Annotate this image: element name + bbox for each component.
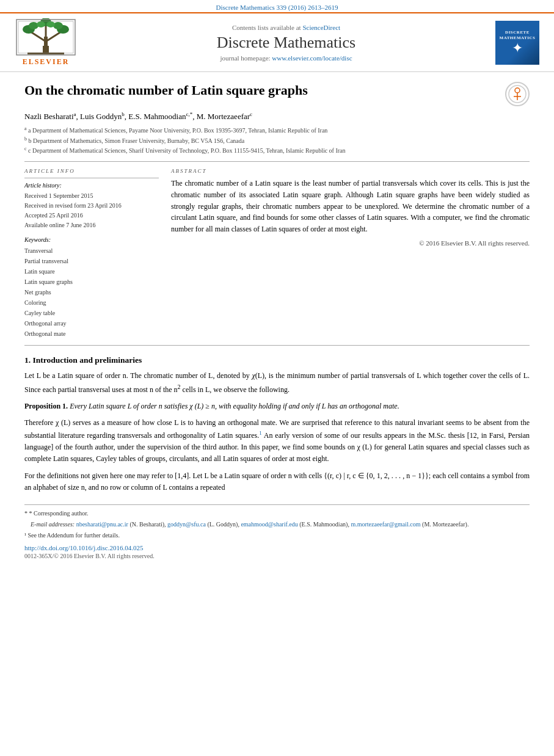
science-direct-line: Contents lists available at ScienceDirec… (86, 24, 487, 31)
copyright-text: © 2016 Elsevier B.V. All rights reserved… (171, 239, 530, 247)
keyword-latin-square-graphs: Latin square graphs (24, 277, 159, 287)
keyword-net-graphs: Net graphs (24, 287, 159, 297)
keyword-coloring: Coloring (24, 297, 159, 308)
homepage-link[interactable]: www.elsevier.com/locate/disc (272, 54, 352, 62)
title-row: On the chromatic number of Latin square … (24, 82, 530, 106)
info-abstract-section: ARTICLE INFO Article history: Received 1… (24, 168, 530, 339)
affiliation-b: b b Department of Mathematics, Simon Fra… (24, 136, 530, 145)
email-link-mahmoodian[interactable]: emahmood@sharif.edu (241, 521, 297, 528)
proposition-1: Proposition 1. Every Latin square L of o… (24, 401, 530, 412)
crossmark-svg-icon (508, 84, 527, 104)
keywords-label: Keywords: (24, 236, 159, 243)
keyword-partial-transversal: Partial transversal (24, 256, 159, 266)
article-title: On the chromatic number of Latin square … (24, 82, 499, 100)
svg-point-13 (46, 21, 55, 27)
section-1-title: 1. Introduction and preliminaries (24, 355, 530, 365)
svg-point-17 (515, 88, 520, 93)
homepage-text: journal homepage: (220, 54, 270, 62)
article-info-label: ARTICLE INFO (24, 168, 159, 174)
citation-text: Discrete Mathematics 339 (2016) 2613–261… (216, 4, 338, 11)
body-para-3: For the definitions not given here one m… (24, 470, 530, 493)
affiliation-a: a a Department of Mathematical Sciences,… (24, 125, 530, 135)
keyword-orthogonal-array: Orthogonal array (24, 318, 159, 329)
available-date: Available online 7 June 2016 (24, 220, 159, 230)
doi-link[interactable]: http://dx.doi.org/10.1016/j.disc.2016.04… (24, 544, 530, 551)
elsevier-logo: ELSEVIER (12, 18, 79, 67)
elsevier-label-text: ELSEVIER (23, 57, 70, 67)
science-direct-link[interactable]: ScienceDirect (302, 24, 340, 31)
homepage-line: journal homepage: www.elsevier.com/locat… (86, 54, 487, 62)
accepted-date: Accepted 25 April 2016 (24, 211, 159, 220)
article-history-label: Article history: (24, 182, 159, 189)
revised-date: Received in revised form 23 April 2016 (24, 201, 159, 211)
received-date: Received 1 September 2015 (24, 191, 159, 201)
authors-line: Nazli Besharatia, Luis Goddynb, E.S. Mah… (24, 111, 530, 122)
footnote-1: ¹ See the Addendum for further details. (24, 531, 530, 540)
journal-title: Discrete Mathematics (86, 34, 487, 52)
email-note: E-mail addresses: nbesharati@pnu.ac.ir (… (24, 520, 530, 529)
email-link-goddyn[interactable]: goddyn@sfu.ca (167, 521, 206, 528)
article-info-col: ARTICLE INFO Article history: Received 1… (24, 168, 159, 339)
svg-rect-2 (27, 53, 64, 54)
proposition-label: Proposition 1. (24, 402, 68, 410)
affiliation-c: c c Department of Mathematical Sciences,… (24, 145, 530, 155)
crossmark-icon (505, 82, 530, 106)
journal-logo-star-icon: ✦ (512, 42, 523, 55)
keyword-cayley-table: Cayley table (24, 308, 159, 318)
main-content: On the chromatic number of Latin square … (0, 72, 554, 565)
contents-available-text: Contents lists available at (232, 24, 301, 31)
email-link-mortezaeefar[interactable]: m.mortezaeefar@gmail.com (351, 521, 420, 528)
journal-center: Contents lists available at ScienceDirec… (86, 24, 487, 62)
svg-point-12 (37, 21, 45, 27)
keyword-transversal: Transversal (24, 245, 159, 256)
journal-logo-box: DISCRETEMATHEMATICS ✦ (495, 21, 539, 65)
top-citation-bar: Discrete Mathematics 339 (2016) 2613–261… (0, 0, 554, 12)
article-info-divider (24, 178, 159, 178)
email-link-besharati[interactable]: nbesharati@pnu.ac.ir (76, 521, 128, 528)
doi-line: http://dx.doi.org/10.1016/j.disc.2016.04… (24, 544, 530, 551)
page: Discrete Mathematics 339 (2016) 2613–261… (0, 0, 554, 756)
abstract-col: ABSTRACT The chromatic number of a Latin… (171, 168, 530, 339)
footer-divider (24, 504, 530, 505)
proposition-text: Every Latin square L of order n satisfie… (70, 402, 399, 410)
section-divider-2 (24, 345, 530, 346)
corresponding-author-note: * * Corresponding author. (24, 509, 530, 518)
journal-logo-title: DISCRETEMATHEMATICS (500, 30, 536, 40)
affiliations: a a Department of Mathematical Sciences,… (24, 125, 530, 155)
svg-rect-3 (44, 37, 48, 49)
keyword-latin-square: Latin square (24, 266, 159, 277)
body-para-1: Let L be a Latin square of order n. The … (24, 370, 530, 395)
abstract-label: ABSTRACT (171, 168, 530, 174)
abstract-text: The chromatic number of a Latin square i… (171, 178, 530, 234)
journal-logo-right: DISCRETEMATHEMATICS ✦ (493, 21, 542, 65)
section-divider-1 (24, 161, 530, 162)
keyword-orthogonal-mate: Orthogonal mate (24, 329, 159, 339)
crossmark-badge[interactable] (505, 82, 530, 106)
issn-line: 0012-365X/© 2016 Elsevier B.V. All right… (24, 553, 530, 559)
elsevier-tree-icon (15, 18, 76, 56)
journal-header: ELSEVIER Contents lists available at Sci… (0, 12, 554, 72)
body-para-2: Therefore χ (L) serves as a measure of h… (24, 417, 530, 465)
